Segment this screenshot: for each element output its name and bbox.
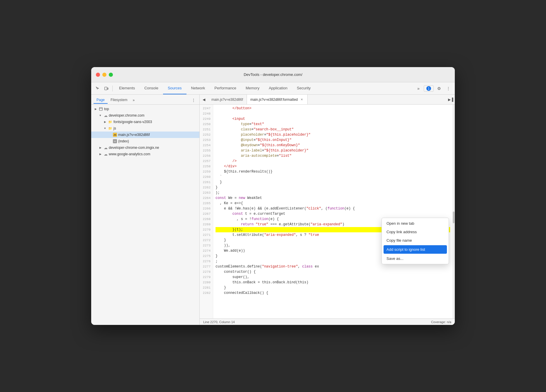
panel-toggle-right[interactable]: ▶▐: [447, 96, 455, 104]
tree-label-main-js: main.js?v=e382d86f: [118, 133, 150, 137]
tree-arrow-top: ▶: [94, 107, 98, 111]
tree-arrow-fonts: ▶: [103, 120, 107, 124]
sidebar-tab-page[interactable]: Page: [94, 97, 108, 104]
code-content[interactable]: </button> <input type="text" class="sear…: [213, 105, 452, 318]
tree-label-chrome-dev: developer.chrome.com: [109, 113, 144, 117]
tree-arrow-analytics: ▶: [98, 152, 102, 156]
tree-label-index: (index): [118, 139, 129, 143]
tree-label-fonts: fonts/google-sans-v2003: [113, 120, 152, 124]
editor-tab-main-js-formatted[interactable]: main.js?v=e382d86f:formatted ✕: [247, 95, 308, 104]
tree-item-fonts[interactable]: ▶ 📁 fonts/google-sans-v2003: [91, 119, 199, 125]
code-line-2282: connectedCallback() {: [216, 290, 450, 296]
cloud-icon-chrome: ☁: [103, 113, 108, 118]
code-line-2253: @input="${this.onInput}": [216, 137, 450, 143]
code-line-2255: aria-label="${this.placeholder}": [216, 148, 450, 153]
context-menu-copy-filename[interactable]: Copy file name: [382, 236, 449, 245]
badge-count: 1: [426, 86, 431, 91]
close-button[interactable]: [96, 73, 100, 77]
code-line-2263: );: [216, 190, 450, 195]
code-line-2251: class="search-box__input": [216, 127, 450, 132]
tab-application[interactable]: Application: [264, 82, 292, 94]
inspect-icon[interactable]: [94, 84, 102, 93]
cloud-icon-imgix: ☁: [103, 145, 108, 150]
file-tree: ▶ top ▼ ☁ developer.chrome.com ▶ 📁 fonts: [91, 105, 199, 325]
tree-item-js[interactable]: ▼ 📁 js: [91, 125, 199, 132]
device-icon[interactable]: [102, 84, 111, 93]
code-line-2248: [216, 111, 450, 116]
more-tabs-button[interactable]: »: [414, 84, 423, 93]
status-bar: Line 2270, Column 14 Coverage: n/a: [200, 318, 455, 325]
context-menu-open-tab[interactable]: Open in new tab: [382, 219, 449, 228]
sidebar-more-tabs[interactable]: »: [131, 97, 136, 103]
editor-scrollbar[interactable]: [452, 105, 455, 318]
tree-label-top: top: [104, 107, 109, 111]
scrollbar-thumb[interactable]: [453, 212, 455, 223]
tab-memory[interactable]: Memory: [241, 82, 264, 94]
context-menu-save-as[interactable]: Save as...: [382, 254, 449, 263]
code-line-2247: </button>: [216, 106, 450, 111]
editor-tab-main-js[interactable]: main.js?v=e382d86f: [208, 95, 247, 104]
tree-item-top[interactable]: ▶ top: [91, 106, 199, 112]
code-line-2260: `: [216, 174, 450, 180]
sidebar-action-button[interactable]: ⋮: [190, 97, 197, 104]
code-line-2256: aria-autocomplete="list": [216, 153, 450, 158]
context-menu-ignore-list[interactable]: Add script to ignore list: [384, 245, 447, 254]
main-toolbar: Elements Console Sources Network Perform…: [91, 82, 455, 95]
context-menu-copy-link[interactable]: Copy link address: [382, 228, 449, 236]
feedback-button[interactable]: 1: [424, 85, 434, 92]
minimize-button[interactable]: [102, 73, 106, 77]
code-line-2281: }: [216, 285, 450, 290]
tab-toggle-left[interactable]: ◀: [200, 96, 208, 104]
line-numbers: 2247 2248 2249 2250 2251 2252 2253 2254 …: [200, 105, 213, 318]
code-line-2264: const We = new WeakSet: [216, 195, 450, 201]
tree-item-main-js[interactable]: ▶ JS main.js?v=e382d86f: [91, 132, 199, 138]
code-line-2279: super(),: [216, 275, 450, 280]
code-line-2261: }: [216, 180, 450, 185]
titlebar: DevTools - developer.chrome.com/: [91, 67, 455, 82]
code-line-2267: const t = e.currentTarget: [216, 211, 450, 217]
frame-icon: [99, 107, 103, 111]
html-file-icon: H: [113, 139, 117, 144]
tab-elements[interactable]: Elements: [114, 82, 140, 94]
tab-network[interactable]: Network: [186, 82, 210, 94]
tree-item-analytics[interactable]: ▶ ☁ www.google-analytics.com: [91, 151, 199, 157]
js-file-icon: JS: [113, 132, 117, 137]
sidebar: Page Filesystem » ⋮ ▶ top ▼: [91, 95, 200, 325]
code-line-2262: }: [216, 185, 450, 190]
more-options-icon[interactable]: ⋮: [444, 84, 452, 93]
editor-tabs: ◀ main.js?v=e382d86f main.js?v=e382d86f:…: [200, 95, 455, 105]
tree-label-analytics: www.google-analytics.com: [109, 152, 150, 156]
coverage-status: Coverage: n/a: [431, 320, 451, 324]
maximize-button[interactable]: [109, 73, 113, 77]
sidebar-tab-filesystem[interactable]: Filesystem: [108, 97, 130, 104]
folder-icon-js: 📁: [108, 126, 113, 131]
tab-sources[interactable]: Sources: [163, 82, 186, 94]
tree-item-imgix[interactable]: ▶ ☁ developer-chrome-com.imgix.ne: [91, 144, 199, 151]
folder-icon-fonts: 📁: [108, 120, 113, 124]
tree-label-imgix: developer-chrome-com.imgix.ne: [109, 146, 159, 150]
code-line-2266: e && !We.has(e) && (e.addEventListener("…: [216, 206, 450, 211]
cloud-icon-analytics: ☁: [103, 152, 108, 156]
tree-item-chrome-dev[interactable]: ▼ ☁ developer.chrome.com: [91, 112, 199, 119]
devtools-window: DevTools - developer.chrome.com/ Element…: [91, 67, 455, 325]
tab-security[interactable]: Security: [292, 82, 315, 94]
context-menu: Open in new tab Copy link address Copy f…: [381, 218, 449, 264]
tree-arrow-imgix: ▶: [98, 146, 102, 150]
tree-item-index[interactable]: ▶ H (index): [91, 138, 199, 144]
svg-rect-1: [107, 88, 108, 89]
editor-area: ◀ main.js?v=e382d86f main.js?v=e382d86f:…: [200, 95, 455, 325]
code-line-2265: , Ke = e=>{: [216, 201, 450, 206]
tree-arrow-chrome-dev: ▼: [98, 113, 102, 117]
tab-console[interactable]: Console: [140, 82, 163, 94]
window-title: DevTools - developer.chrome.com/: [244, 72, 302, 77]
code-line-2254: @keydown="${this.onKeyDown}": [216, 143, 450, 148]
settings-icon[interactable]: ⚙: [435, 84, 443, 93]
tab-bar: Elements Console Sources Network Perform…: [114, 82, 315, 94]
code-line-2278: constructor() {: [216, 269, 450, 275]
tab-close-icon[interactable]: ✕: [300, 98, 304, 102]
toolbar-separator: [112, 86, 113, 91]
tree-label-js: js: [113, 126, 116, 130]
tab-performance[interactable]: Performance: [210, 82, 241, 94]
code-line-2259: ${this.renderResults()}: [216, 169, 450, 174]
svg-rect-2: [99, 108, 102, 110]
